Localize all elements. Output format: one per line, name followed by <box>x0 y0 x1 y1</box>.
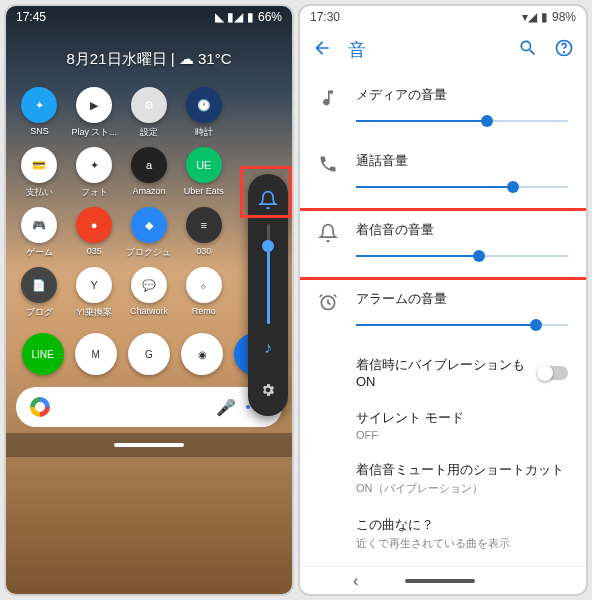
dock-app-3[interactable]: ◉ <box>181 333 223 375</box>
music-note-icon[interactable]: ♪ <box>250 330 286 366</box>
app-label: Y!乗換案 <box>76 306 112 319</box>
app-label: 設定 <box>140 126 158 139</box>
app-icon: ◉ <box>181 333 223 375</box>
volume-slider[interactable] <box>356 249 568 263</box>
setting-title: 着信時にバイブレーションもON <box>356 356 526 389</box>
app-icon: 🎮 <box>21 207 57 243</box>
widget-date: 8月21日水曜日 <box>67 50 167 67</box>
status-bar: 17:30 ▾◢ ▮ 98% <box>300 6 586 28</box>
app-5[interactable]: 💳 支払い <box>14 147 65 199</box>
app-icon: ⚙ <box>131 87 167 123</box>
help-icon[interactable] <box>554 38 574 62</box>
app-icon: ✦ <box>76 147 112 183</box>
app-11[interactable]: ● 035 <box>69 207 120 259</box>
app-label: SNS <box>30 126 49 136</box>
status-bar: 17:45 ◣ ▮◢ ▮ 66% <box>6 6 292 28</box>
app-icon: M <box>75 333 117 375</box>
app-7[interactable]: a Amazon <box>124 147 175 199</box>
app-icon: 📄 <box>21 267 57 303</box>
volume-settings-icon[interactable] <box>250 372 286 408</box>
app-icon: ▶ <box>76 87 112 123</box>
volume-title: 通話音量 <box>356 152 568 170</box>
date-weather-widget[interactable]: 8月21日水曜日 | ☁ 31°C <box>6 28 292 79</box>
app-13[interactable]: ≡ 030 <box>178 207 229 259</box>
nav-bar[interactable]: ‹ <box>300 566 586 594</box>
setting-title: サイレント モード <box>356 409 568 427</box>
setting-subtitle: OFF <box>356 429 568 441</box>
weather-icon: ☁ <box>179 50 194 67</box>
svg-point-1 <box>564 52 565 53</box>
app-18[interactable]: ⬦ Remo <box>178 267 229 319</box>
app-icon: Y <box>76 267 112 303</box>
app-label: Amazon <box>132 186 165 196</box>
setting-title: 着信音ミュート用のショートカット <box>356 461 568 479</box>
setting-row-0[interactable]: 着信時にバイブレーションもON <box>300 346 586 399</box>
dock-app-2[interactable]: G <box>128 333 170 375</box>
setting-title: この曲なに？ <box>356 516 568 534</box>
app-label: ブログ <box>26 306 53 319</box>
setting-row-3[interactable]: この曲なに？ 近くで再生されている曲を表示 <box>300 506 586 561</box>
volume-slider[interactable] <box>267 224 270 324</box>
app-icon: a <box>131 147 167 183</box>
app-bar: 音 <box>300 28 586 72</box>
app-icon: UE <box>186 147 222 183</box>
volume-slider[interactable] <box>356 114 568 128</box>
app-label: Remo <box>192 306 216 316</box>
signal-icon: ◣ ▮◢ <box>215 10 243 24</box>
dock-app-0[interactable]: LINE <box>22 333 64 375</box>
phone-icon <box>318 154 340 178</box>
bell-icon[interactable] <box>250 182 286 218</box>
app-10[interactable]: 🎮 ゲーム <box>14 207 65 259</box>
app-3[interactable]: 🕐 時計 <box>178 87 229 139</box>
app-icon: 💬 <box>131 267 167 303</box>
setting-row-1[interactable]: サイレント モード OFF <box>300 399 586 451</box>
setting-subtitle: ON（バイブレーション） <box>356 481 568 496</box>
app-icon: 🕐 <box>186 87 222 123</box>
app-icon: ◆ <box>131 207 167 243</box>
back-arrow-icon[interactable] <box>312 38 332 62</box>
search-icon[interactable] <box>518 38 538 62</box>
volume-item-alarm: アラームの音量 <box>300 280 586 346</box>
app-icon: 💳 <box>21 147 57 183</box>
nav-back-icon[interactable]: ‹ <box>353 572 358 590</box>
nav-pill[interactable] <box>405 579 475 583</box>
app-0[interactable]: ✦ SNS <box>14 87 65 139</box>
widget-temp: 31°C <box>198 50 232 67</box>
battery-pct: 66% <box>258 10 282 24</box>
app-label: 030 <box>196 246 211 256</box>
volume-title: 着信音の音量 <box>356 221 568 239</box>
app-17[interactable]: 💬 Chatwork <box>124 267 175 319</box>
setting-subtitle: 近くで再生されている曲を表示 <box>356 536 568 551</box>
volume-item-phone: 通話音量 <box>300 142 586 208</box>
note-icon <box>318 88 340 112</box>
app-12[interactable]: ◆ ブロクシュ <box>124 207 175 259</box>
app-8[interactable]: UE Uber Eats <box>178 147 229 199</box>
dock-app-1[interactable]: M <box>75 333 117 375</box>
settings-body: メディアの音量 通話音量 着信音の音量 <box>300 72 586 566</box>
phone-settings-sound: 17:30 ▾◢ ▮ 98% 音 メディアの音量 通話 <box>298 4 588 596</box>
setting-row-2[interactable]: 着信音ミュート用のショートカット ON（バイブレーション） <box>300 451 586 506</box>
volume-slider[interactable] <box>356 180 568 194</box>
app-label: 時計 <box>195 126 213 139</box>
app-label: ブロクシュ <box>126 246 171 259</box>
app-2[interactable]: ⚙ 設定 <box>124 87 175 139</box>
google-logo-icon <box>30 397 50 417</box>
app-label: Play スト... <box>71 126 117 139</box>
battery-pct: 98% <box>552 10 576 24</box>
app-1[interactable]: ▶ Play スト... <box>69 87 120 139</box>
volume-item-note: メディアの音量 <box>300 76 586 142</box>
toggle-switch[interactable] <box>538 366 568 380</box>
widget-sep: | <box>171 50 175 67</box>
mic-icon[interactable]: 🎤 <box>216 398 236 417</box>
volume-item-bell: 着信音の音量 <box>300 208 586 280</box>
app-16[interactable]: Y Y!乗換案 <box>69 267 120 319</box>
alarm-icon <box>318 292 340 316</box>
nav-bar[interactable] <box>6 433 292 457</box>
battery-icon: ▮ <box>247 10 254 24</box>
volume-slider[interactable] <box>356 318 568 332</box>
volume-panel[interactable]: ♪ <box>248 174 288 416</box>
nav-pill[interactable] <box>114 443 184 447</box>
app-15[interactable]: 📄 ブログ <box>14 267 65 319</box>
app-6[interactable]: ✦ フォト <box>69 147 120 199</box>
google-search-bar[interactable]: 🎤 <box>16 387 282 427</box>
